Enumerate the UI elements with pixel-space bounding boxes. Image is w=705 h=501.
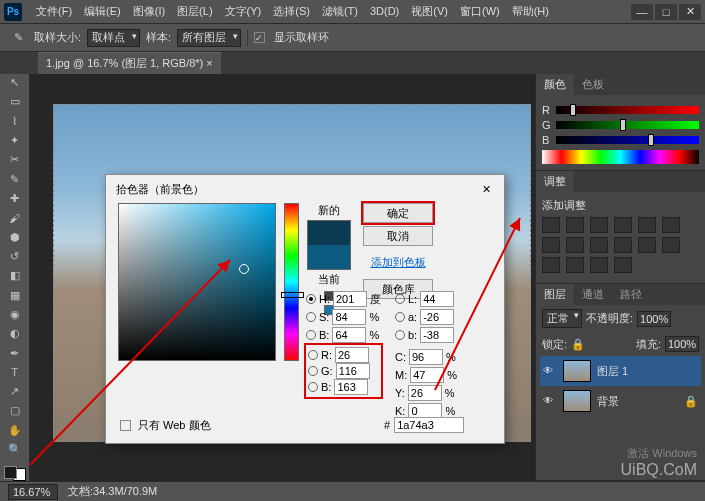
s-radio[interactable] (306, 312, 316, 322)
current-color-swatch[interactable] (308, 245, 350, 269)
blur-tool-icon[interactable]: ◉ (5, 308, 25, 321)
hue-slider[interactable] (284, 203, 299, 361)
lasso-tool-icon[interactable]: ⌇ (5, 115, 25, 128)
stamp-tool-icon[interactable]: ⬢ (5, 231, 25, 244)
crop-tool-icon[interactable]: ✂ (5, 153, 25, 166)
opacity-input[interactable]: 100% (637, 311, 671, 327)
fg-bg-swatch[interactable] (4, 466, 26, 481)
menu-item[interactable]: 窗口(W) (454, 5, 506, 17)
adj-icon[interactable] (662, 237, 680, 253)
history-brush-icon[interactable]: ↺ (5, 250, 25, 263)
a-radio[interactable] (395, 312, 405, 322)
type-tool-icon[interactable]: T (5, 366, 25, 379)
layer-thumbnail[interactable] (563, 360, 591, 382)
shape-tool-icon[interactable]: ▢ (5, 404, 25, 417)
lock-icon[interactable]: 🔒 (571, 338, 585, 351)
b-input[interactable] (334, 379, 368, 395)
add-swatch-link[interactable]: 添加到色板 (363, 255, 433, 270)
blab-radio[interactable] (395, 330, 405, 340)
zoom-tool-icon[interactable]: 🔍 (5, 443, 25, 456)
menu-item[interactable]: 视图(V) (405, 5, 454, 17)
show-ring-checkbox[interactable] (254, 32, 265, 43)
m-input[interactable] (410, 367, 444, 383)
adj-icon[interactable] (566, 257, 584, 273)
r-input[interactable] (335, 347, 369, 363)
fill-input[interactable]: 100% (665, 336, 699, 352)
dialog-close-button[interactable]: ✕ (478, 181, 494, 197)
adj-icon[interactable] (590, 237, 608, 253)
swatches-tab[interactable]: 色板 (574, 74, 612, 95)
menu-item[interactable]: 滤镜(T) (316, 5, 364, 17)
menu-item[interactable]: 文件(F) (30, 5, 78, 17)
l-input[interactable] (420, 291, 454, 307)
g-input[interactable] (336, 363, 370, 379)
adjust-tab[interactable]: 调整 (536, 171, 574, 192)
menu-item[interactable]: 3D(D) (364, 5, 405, 17)
a-input[interactable] (420, 309, 454, 325)
menu-item[interactable]: 帮助(H) (506, 5, 555, 17)
path-tool-icon[interactable]: ↗ (5, 385, 25, 398)
adj-icon[interactable] (542, 237, 560, 253)
hex-input[interactable] (394, 417, 464, 433)
minimize-button[interactable]: — (631, 4, 653, 20)
move-tool-icon[interactable]: ↖ (5, 76, 25, 89)
hue-knob-icon[interactable] (281, 292, 304, 298)
r-slider[interactable] (556, 106, 699, 114)
adj-icon[interactable] (614, 237, 632, 253)
adj-icon[interactable] (566, 237, 584, 253)
eyedropper-tool-icon[interactable]: ✎ (5, 173, 25, 186)
menu-item[interactable]: 选择(S) (267, 5, 316, 17)
color-tab[interactable]: 颜色 (536, 74, 574, 95)
h-input[interactable] (333, 291, 367, 307)
menu-item[interactable]: 文字(Y) (219, 5, 268, 17)
blend-mode-dropdown[interactable]: 正常 (542, 309, 582, 328)
adj-icon[interactable] (638, 237, 656, 253)
paths-tab[interactable]: 路径 (612, 284, 650, 305)
close-button[interactable]: ✕ (679, 4, 701, 20)
adj-icon[interactable] (662, 217, 680, 233)
l-radio[interactable] (395, 294, 405, 304)
dodge-tool-icon[interactable]: ◐ (5, 327, 25, 340)
gradient-tool-icon[interactable]: ▦ (5, 288, 25, 301)
spectrum-bar[interactable] (542, 150, 699, 164)
zoom-input[interactable]: 16.67% (8, 484, 58, 500)
visibility-icon[interactable] (543, 394, 557, 408)
eraser-tool-icon[interactable]: ◧ (5, 269, 25, 282)
adj-icon[interactable] (590, 257, 608, 273)
layer-thumbnail[interactable] (563, 390, 591, 412)
adj-icon[interactable] (638, 217, 656, 233)
wand-tool-icon[interactable]: ✦ (5, 134, 25, 147)
marquee-tool-icon[interactable]: ▭ (5, 95, 25, 108)
adj-icon[interactable] (590, 217, 608, 233)
menu-item[interactable]: 图像(I) (127, 5, 171, 17)
cancel-button[interactable]: 取消 (363, 226, 433, 246)
h-radio[interactable] (306, 294, 316, 304)
r-radio[interactable] (308, 350, 318, 360)
adj-icon[interactable] (614, 257, 632, 273)
visibility-icon[interactable] (543, 364, 557, 378)
layer-row[interactable]: 背景 🔒 (540, 386, 701, 416)
web-only-checkbox[interactable] (120, 420, 131, 431)
adj-icon[interactable] (566, 217, 584, 233)
adj-icon[interactable] (542, 257, 560, 273)
c-input[interactable] (409, 349, 443, 365)
b-slider[interactable] (556, 136, 699, 144)
sample-size-dropdown[interactable]: 取样点 (87, 29, 140, 47)
g-radio[interactable] (308, 366, 318, 376)
layer-row[interactable]: 图层 1 (540, 356, 701, 386)
adj-icon[interactable] (542, 217, 560, 233)
document-tab[interactable]: 1.jpg @ 16.7% (图层 1, RGB/8*) × (38, 52, 221, 74)
color-field[interactable] (118, 203, 276, 361)
s-input[interactable] (332, 309, 366, 325)
ok-button[interactable]: 确定 (363, 203, 433, 223)
menu-item[interactable]: 编辑(E) (78, 5, 127, 17)
y-input[interactable] (408, 385, 442, 401)
blab-input[interactable] (420, 327, 454, 343)
heal-tool-icon[interactable]: ✚ (5, 192, 25, 205)
b-radio[interactable] (308, 382, 318, 392)
brush-tool-icon[interactable]: 🖌 (5, 211, 25, 224)
pen-tool-icon[interactable]: ✒ (5, 346, 25, 359)
maximize-button[interactable]: □ (655, 4, 677, 20)
bval-radio[interactable] (306, 330, 316, 340)
menu-item[interactable]: 图层(L) (171, 5, 218, 17)
